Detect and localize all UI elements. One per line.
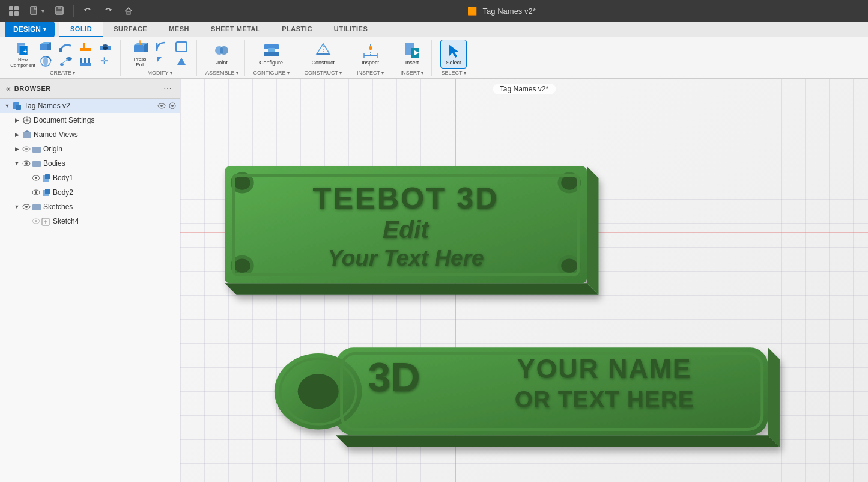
insert-icon	[404, 42, 420, 59]
svg-marker-35	[139, 40, 141, 41]
sketches-toggle[interactable]: ▼	[12, 202, 22, 212]
new-component-btn[interactable]: + NewComponent	[11, 40, 35, 69]
move-btn[interactable]: ✛	[96, 55, 114, 68]
svg-rect-38	[176, 42, 187, 52]
svg-rect-31	[134, 45, 144, 52]
svg-line-20	[62, 59, 69, 63]
redo-btn[interactable]	[99, 3, 117, 19]
ribbon-group-insert: Insert INSERT ▾	[393, 40, 432, 76]
browser-options-btn[interactable]: ⋯	[162, 82, 174, 94]
bodies-toggle[interactable]: ▼	[12, 159, 22, 168]
origin-label: Origin	[43, 145, 62, 153]
modify-label-text: MODIFY	[148, 70, 169, 76]
ribbon-group-select: Select SELECT ▾	[434, 40, 473, 76]
create-arrow: ▾	[73, 70, 75, 76]
tree-item-body2[interactable]: ▶ Body2	[0, 185, 180, 200]
shell-btn[interactable]	[172, 40, 190, 53]
tab-solid[interactable]: SOLID	[59, 22, 103, 37]
svg-rect-2	[9, 11, 13, 16]
tree-item-document-settings[interactable]: ▶ Document Settings	[0, 113, 180, 127]
apps-menu-btn[interactable]	[5, 3, 23, 19]
tree-item-named-views[interactable]: ▶ Named Views	[0, 127, 180, 142]
sketch4-eye[interactable]	[31, 216, 41, 226]
svg-rect-60	[16, 105, 21, 110]
svg-marker-58	[449, 44, 458, 58]
svg-rect-21	[80, 48, 91, 51]
svg-rect-7	[56, 11, 62, 14]
design-button[interactable]: DESIGN ▾	[5, 22, 55, 37]
press-pull-icon	[132, 40, 148, 56]
tab-surface[interactable]: SURFACE	[103, 22, 158, 37]
svg-text:+: +	[23, 48, 27, 55]
svg-rect-43	[264, 52, 279, 56]
web-btn[interactable]	[76, 55, 94, 68]
joint-btn[interactable]: Joint	[208, 40, 235, 69]
revolve-btn[interactable]	[37, 55, 55, 68]
fillet-btn[interactable]	[153, 40, 171, 53]
file-icon	[29, 5, 40, 16]
extrude-btn[interactable]	[37, 40, 55, 53]
sketches-eye[interactable]	[22, 202, 31, 212]
svg-text:Your Text Here: Your Text Here	[328, 246, 484, 270]
tree-item-sketch4[interactable]: ▶ Sketch4	[0, 214, 180, 228]
body1-eye[interactable]	[31, 173, 41, 183]
modify-arrow: ▾	[170, 70, 172, 76]
tab-utilities[interactable]: UTILITIES	[323, 22, 378, 37]
tab-plastic[interactable]: PLASTIC	[271, 22, 323, 37]
sketches-icon	[31, 201, 42, 212]
svg-point-101	[561, 175, 577, 189]
root-settings-icon[interactable]	[168, 101, 177, 111]
redo-icon	[103, 5, 114, 16]
svg-text:TEEBOT 3D: TEEBOT 3D	[313, 181, 499, 215]
configure-btn[interactable]: Configure	[258, 40, 285, 69]
root-toggle[interactable]: ▼	[2, 101, 12, 111]
tree-root[interactable]: ▼ Tag Names v2	[0, 99, 180, 113]
measure-btn[interactable]: Inspect	[357, 40, 384, 69]
draft-btn[interactable]	[172, 55, 190, 68]
title-bar: 🟧 Tag Names v2*	[140, 7, 863, 16]
tree-item-bodies[interactable]: ▼ Bodies	[0, 156, 180, 171]
separator	[73, 5, 74, 17]
browser-panel: « BROWSER ⋯ ▼ Tag Names v2 ▶	[0, 79, 180, 482]
configure-icons: Configure	[258, 40, 285, 69]
inspect-label: INSPECT ▾	[357, 70, 384, 76]
viewport[interactable]: TEEBOT 3D Edit Your Text Here	[180, 79, 868, 482]
undo-btn[interactable]	[79, 3, 97, 19]
construct-btn[interactable]: Construct	[310, 40, 336, 69]
save-btn[interactable]	[50, 3, 68, 19]
rib-btn[interactable]	[76, 40, 94, 53]
bodies-eye[interactable]	[22, 159, 31, 168]
file-menu-btn[interactable]: ▾	[25, 3, 48, 19]
body2-icon	[41, 187, 52, 198]
tree-item-body1[interactable]: ▶ Body1	[0, 171, 180, 185]
doc-settings-toggle[interactable]: ▶	[12, 115, 22, 125]
body2-eye[interactable]	[31, 188, 41, 197]
tree-item-origin[interactable]: ▶ Origin	[0, 142, 180, 156]
doc-settings-label: Document Settings	[34, 116, 94, 124]
svg-rect-37	[157, 57, 157, 66]
origin-toggle[interactable]: ▶	[12, 144, 22, 154]
body2-label: Body2	[53, 188, 73, 197]
root-label: Tag Names v2	[24, 102, 70, 110]
tab-sheet-metal[interactable]: SHEET METAL	[200, 22, 271, 37]
insert-btn[interactable]: Insert	[399, 40, 425, 69]
origin-eye[interactable]	[22, 144, 31, 154]
new-component-label: NewComponent	[10, 58, 35, 69]
svg-point-88	[25, 206, 28, 208]
loft-btn[interactable]	[56, 55, 74, 68]
tab-mesh[interactable]: MESH	[158, 22, 200, 37]
named-views-toggle[interactable]: ▶	[12, 130, 22, 139]
insert-arrow: ▾	[421, 70, 423, 76]
tree-item-sketches[interactable]: ▼ Sketches	[0, 200, 180, 214]
key-tag: 3D YOUR NAME OR TEXT HERE	[275, 347, 780, 447]
press-pull-btn[interactable]: PressPull	[129, 40, 151, 69]
root-eye-icon[interactable]	[157, 101, 166, 111]
svg-rect-6	[58, 7, 61, 9]
select-btn[interactable]: Select	[440, 40, 467, 69]
chamfer-btn[interactable]	[153, 55, 171, 68]
svg-rect-22	[83, 43, 85, 48]
sketch4-icon	[41, 216, 52, 227]
hole-btn[interactable]	[96, 40, 114, 53]
sweep-btn[interactable]	[56, 40, 74, 53]
home-btn[interactable]	[120, 3, 138, 19]
